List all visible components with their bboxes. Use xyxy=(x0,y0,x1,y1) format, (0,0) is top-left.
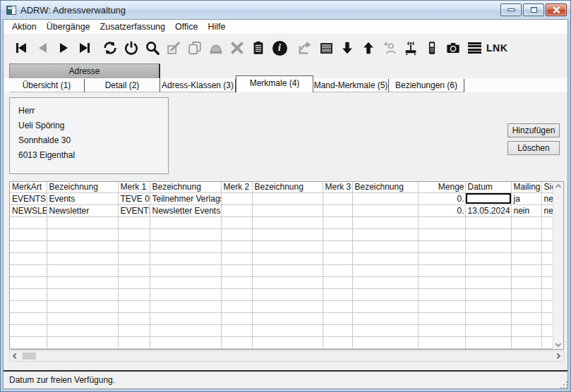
empty-cell[interactable] xyxy=(118,216,150,228)
empty-cell[interactable] xyxy=(323,276,352,288)
empty-cell[interactable] xyxy=(118,312,150,324)
empty-cell[interactable] xyxy=(465,336,511,348)
empty-cell[interactable] xyxy=(221,324,252,336)
cell-merk1[interactable]: TEVE 08 xyxy=(118,192,150,204)
tab-detail[interactable]: Detail (2) xyxy=(85,79,160,92)
empty-cell[interactable] xyxy=(47,216,118,228)
col-merk2[interactable]: Merk 2 xyxy=(221,182,252,192)
empty-cell[interactable] xyxy=(511,228,541,240)
edit-icon[interactable] xyxy=(163,37,184,59)
nav-first-icon[interactable] xyxy=(11,37,32,59)
empty-cell[interactable] xyxy=(10,252,47,264)
refresh-icon[interactable] xyxy=(100,37,121,59)
empty-cell[interactable] xyxy=(252,336,323,348)
col-bezeichnung-2[interactable]: Bezeichnung xyxy=(150,182,221,192)
empty-cell[interactable] xyxy=(418,348,465,350)
empty-cell[interactable] xyxy=(150,216,221,228)
empty-cell[interactable] xyxy=(10,324,47,336)
empty-cell[interactable] xyxy=(221,240,252,252)
empty-cell[interactable] xyxy=(47,276,118,288)
empty-cell[interactable] xyxy=(418,300,465,312)
empty-cell[interactable] xyxy=(150,300,221,312)
empty-cell[interactable] xyxy=(511,312,541,324)
empty-cell[interactable] xyxy=(465,264,511,276)
empty-cell[interactable] xyxy=(150,276,221,288)
empty-cell[interactable] xyxy=(465,288,511,300)
col-datum[interactable]: Datum xyxy=(465,182,511,192)
nav-next-icon[interactable] xyxy=(53,37,74,59)
empty-cell[interactable] xyxy=(511,264,541,276)
menu-office[interactable]: Office xyxy=(170,22,203,32)
empty-cell[interactable] xyxy=(418,324,465,336)
empty-cell[interactable] xyxy=(418,312,465,324)
empty-cell[interactable] xyxy=(323,252,352,264)
empty-cell[interactable] xyxy=(221,228,252,240)
empty-cell[interactable] xyxy=(47,252,118,264)
col-bezeichnung-3[interactable]: Bezeichnung xyxy=(252,182,323,192)
empty-cell[interactable] xyxy=(252,216,323,228)
empty-cell[interactable] xyxy=(323,324,352,336)
empty-cell[interactable] xyxy=(418,264,465,276)
empty-cell[interactable] xyxy=(221,336,252,348)
empty-cell[interactable] xyxy=(221,252,252,264)
empty-cell[interactable] xyxy=(323,228,352,240)
empty-cell[interactable] xyxy=(221,276,252,288)
empty-cell[interactable] xyxy=(221,300,252,312)
empty-cell[interactable] xyxy=(511,252,541,264)
empty-cell[interactable] xyxy=(465,276,511,288)
empty-cell[interactable] xyxy=(150,288,221,300)
empty-cell[interactable] xyxy=(118,288,150,300)
empty-cell[interactable] xyxy=(118,240,150,252)
cell-merk2[interactable] xyxy=(221,192,252,204)
printer-icon[interactable] xyxy=(205,37,227,59)
tab-adress-klassen[interactable]: Adress-Klassen (3) xyxy=(160,79,236,92)
add-button[interactable]: Hinzufügen xyxy=(507,123,560,137)
menu-uebergaenge[interactable]: Übergänge xyxy=(42,22,95,32)
empty-cell[interactable] xyxy=(47,312,118,324)
empty-cell[interactable] xyxy=(118,336,150,348)
scroll-left-icon[interactable] xyxy=(13,353,18,359)
empty-cell[interactable] xyxy=(118,264,150,276)
empty-cell[interactable] xyxy=(352,300,418,312)
empty-cell[interactable] xyxy=(511,300,541,312)
empty-cell[interactable] xyxy=(47,336,118,348)
empty-cell[interactable] xyxy=(418,288,465,300)
empty-cell[interactable] xyxy=(118,252,150,264)
empty-cell[interactable] xyxy=(252,264,323,276)
empty-cell[interactable] xyxy=(150,336,221,348)
resize-grip-icon[interactable] xyxy=(563,384,565,386)
restore-button[interactable] xyxy=(523,4,544,16)
empty-cell[interactable] xyxy=(511,348,541,350)
empty-cell[interactable] xyxy=(323,288,352,300)
mobile-phone-icon[interactable] xyxy=(421,37,443,59)
empty-cell[interactable] xyxy=(323,216,352,228)
cell-mailing[interactable]: nein xyxy=(511,204,541,216)
empty-cell[interactable] xyxy=(511,336,541,348)
empty-cell[interactable] xyxy=(465,228,511,240)
empty-cell[interactable] xyxy=(352,240,418,252)
empty-cell[interactable] xyxy=(10,300,47,312)
empty-cell[interactable] xyxy=(352,276,418,288)
arrow-up-icon[interactable] xyxy=(358,37,379,59)
datum-cell-editor[interactable] xyxy=(466,193,511,204)
empty-cell[interactable] xyxy=(252,240,323,252)
empty-cell[interactable] xyxy=(150,252,221,264)
scroll-up-icon[interactable] xyxy=(555,184,561,190)
empty-cell[interactable] xyxy=(118,348,150,350)
empty-cell[interactable] xyxy=(465,240,511,252)
tab-mand-merkmale[interactable]: Mand-Merkmale (5) xyxy=(313,79,389,92)
close-button[interactable] xyxy=(546,4,567,16)
empty-cell[interactable] xyxy=(323,240,352,252)
delete-icon[interactable] xyxy=(227,37,248,59)
cell-bezeichnung-1[interactable]: Events xyxy=(47,192,118,204)
empty-cell[interactable] xyxy=(47,264,118,276)
cell-bezeichnung-2[interactable]: Teilnehmer Verlagse xyxy=(150,192,221,204)
cell-merk3[interactable] xyxy=(323,192,352,204)
empty-cell[interactable] xyxy=(352,336,418,348)
cell-bezeichnung-4[interactable] xyxy=(352,204,418,216)
empty-cell[interactable] xyxy=(465,252,511,264)
cell-bezeichnung-3[interactable] xyxy=(252,192,323,204)
nav-last-icon[interactable] xyxy=(74,37,95,59)
empty-cell[interactable] xyxy=(221,348,252,350)
scroll-down-icon[interactable] xyxy=(555,341,561,347)
